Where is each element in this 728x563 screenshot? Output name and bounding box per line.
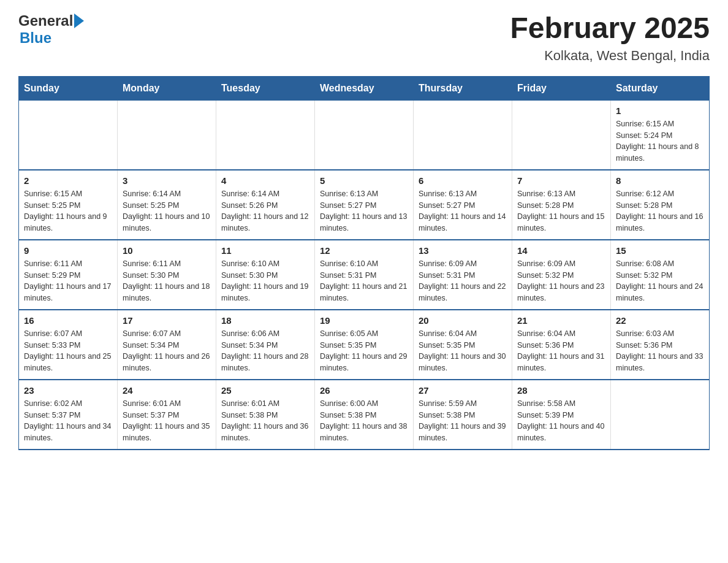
logo-arrow-icon [74, 13, 84, 28]
day-cell: 15Sunrise: 6:08 AMSunset: 5:32 PMDayligh… [611, 240, 710, 310]
day-cell: 11Sunrise: 6:10 AMSunset: 5:30 PMDayligh… [216, 240, 315, 310]
header-sunday: Sunday [19, 76, 118, 100]
day-cell: 17Sunrise: 6:07 AMSunset: 5:34 PMDayligh… [118, 310, 216, 380]
day-number: 22 [616, 315, 704, 326]
day-number: 14 [517, 245, 605, 256]
day-info: Sunrise: 6:14 AMSunset: 5:25 PMDaylight:… [123, 188, 211, 234]
day-info: Sunrise: 6:10 AMSunset: 5:31 PMDaylight:… [320, 258, 408, 304]
day-info: Sunrise: 6:07 AMSunset: 5:34 PMDaylight:… [123, 328, 211, 374]
day-number: 21 [517, 315, 605, 326]
day-info: Sunrise: 6:09 AMSunset: 5:31 PMDaylight:… [419, 258, 507, 304]
week-row-5: 23Sunrise: 6:02 AMSunset: 5:37 PMDayligh… [19, 380, 710, 450]
day-cell: 23Sunrise: 6:02 AMSunset: 5:37 PMDayligh… [19, 380, 118, 450]
day-info: Sunrise: 6:09 AMSunset: 5:32 PMDaylight:… [517, 258, 605, 304]
day-cell [19, 100, 118, 170]
day-info: Sunrise: 6:12 AMSunset: 5:28 PMDaylight:… [616, 188, 704, 234]
day-info: Sunrise: 6:04 AMSunset: 5:35 PMDaylight:… [419, 328, 507, 374]
day-cell: 14Sunrise: 6:09 AMSunset: 5:32 PMDayligh… [512, 240, 611, 310]
calendar-title: February 2025 [510, 12, 710, 45]
header-tuesday: Tuesday [216, 76, 315, 100]
day-number: 3 [123, 175, 211, 186]
day-number: 18 [221, 315, 309, 326]
day-cell: 13Sunrise: 6:09 AMSunset: 5:31 PMDayligh… [414, 240, 512, 310]
day-number: 10 [123, 245, 211, 256]
day-info: Sunrise: 5:58 AMSunset: 5:39 PMDaylight:… [517, 398, 605, 444]
day-info: Sunrise: 6:01 AMSunset: 5:38 PMDaylight:… [221, 398, 309, 444]
calendar-table: SundayMondayTuesdayWednesdayThursdayFrid… [18, 76, 710, 450]
day-cell: 2Sunrise: 6:15 AMSunset: 5:25 PMDaylight… [19, 170, 118, 240]
day-info: Sunrise: 6:03 AMSunset: 5:36 PMDaylight:… [616, 328, 704, 374]
day-cell [512, 100, 611, 170]
day-cell: 20Sunrise: 6:04 AMSunset: 5:35 PMDayligh… [414, 310, 512, 380]
day-cell [118, 100, 216, 170]
day-number: 4 [221, 175, 309, 186]
day-number: 15 [616, 245, 704, 256]
week-row-4: 16Sunrise: 6:07 AMSunset: 5:33 PMDayligh… [19, 310, 710, 380]
day-cell: 8Sunrise: 6:12 AMSunset: 5:28 PMDaylight… [611, 170, 710, 240]
header-wednesday: Wednesday [315, 76, 414, 100]
day-info: Sunrise: 6:10 AMSunset: 5:30 PMDaylight:… [221, 258, 309, 304]
day-cell: 6Sunrise: 6:13 AMSunset: 5:27 PMDaylight… [414, 170, 512, 240]
day-cell: 10Sunrise: 6:11 AMSunset: 5:30 PMDayligh… [118, 240, 216, 310]
day-cell: 26Sunrise: 6:00 AMSunset: 5:38 PMDayligh… [315, 380, 414, 450]
day-number: 19 [320, 315, 408, 326]
day-cell: 12Sunrise: 6:10 AMSunset: 5:31 PMDayligh… [315, 240, 414, 310]
day-cell: 22Sunrise: 6:03 AMSunset: 5:36 PMDayligh… [611, 310, 710, 380]
day-number: 11 [221, 245, 309, 256]
day-number: 6 [419, 175, 507, 186]
day-cell: 3Sunrise: 6:14 AMSunset: 5:25 PMDaylight… [118, 170, 216, 240]
day-number: 13 [419, 245, 507, 256]
day-info: Sunrise: 6:13 AMSunset: 5:27 PMDaylight:… [419, 188, 507, 234]
day-cell: 1Sunrise: 6:15 AMSunset: 5:24 PMDaylight… [611, 100, 710, 170]
week-row-1: 1Sunrise: 6:15 AMSunset: 5:24 PMDaylight… [19, 100, 710, 170]
day-cell: 9Sunrise: 6:11 AMSunset: 5:29 PMDaylight… [19, 240, 118, 310]
day-info: Sunrise: 6:15 AMSunset: 5:24 PMDaylight:… [616, 118, 704, 164]
day-number: 27 [419, 385, 507, 396]
day-cell [414, 100, 512, 170]
calendar-subtitle: Kolkata, West Bengal, India [510, 48, 710, 64]
day-number: 12 [320, 245, 408, 256]
day-number: 26 [320, 385, 408, 396]
day-cell [216, 100, 315, 170]
day-number: 25 [221, 385, 309, 396]
day-number: 2 [24, 175, 112, 186]
logo-blue-text: Blue [20, 29, 51, 46]
day-cell: 5Sunrise: 6:13 AMSunset: 5:27 PMDaylight… [315, 170, 414, 240]
header-saturday: Saturday [611, 76, 710, 100]
day-cell: 27Sunrise: 5:59 AMSunset: 5:38 PMDayligh… [414, 380, 512, 450]
day-info: Sunrise: 6:13 AMSunset: 5:27 PMDaylight:… [320, 188, 408, 234]
day-number: 20 [419, 315, 507, 326]
day-info: Sunrise: 6:15 AMSunset: 5:25 PMDaylight:… [24, 188, 112, 234]
page-header: General Blue February 2025 Kolkata, West… [18, 12, 710, 64]
day-cell: 19Sunrise: 6:05 AMSunset: 5:35 PMDayligh… [315, 310, 414, 380]
day-number: 17 [123, 315, 211, 326]
day-cell: 21Sunrise: 6:04 AMSunset: 5:36 PMDayligh… [512, 310, 611, 380]
day-number: 9 [24, 245, 112, 256]
day-info: Sunrise: 6:02 AMSunset: 5:37 PMDaylight:… [24, 398, 112, 444]
day-cell [315, 100, 414, 170]
day-cell: 24Sunrise: 6:01 AMSunset: 5:37 PMDayligh… [118, 380, 216, 450]
day-cell: 4Sunrise: 6:14 AMSunset: 5:26 PMDaylight… [216, 170, 315, 240]
header-friday: Friday [512, 76, 611, 100]
day-number: 24 [123, 385, 211, 396]
day-info: Sunrise: 6:05 AMSunset: 5:35 PMDaylight:… [320, 328, 408, 374]
day-cell: 28Sunrise: 5:58 AMSunset: 5:39 PMDayligh… [512, 380, 611, 450]
day-info: Sunrise: 6:00 AMSunset: 5:38 PMDaylight:… [320, 398, 408, 444]
day-number: 16 [24, 315, 112, 326]
days-header-row: SundayMondayTuesdayWednesdayThursdayFrid… [19, 76, 710, 100]
header-thursday: Thursday [414, 76, 512, 100]
week-row-3: 9Sunrise: 6:11 AMSunset: 5:29 PMDaylight… [19, 240, 710, 310]
day-info: Sunrise: 6:08 AMSunset: 5:32 PMDaylight:… [616, 258, 704, 304]
day-info: Sunrise: 6:01 AMSunset: 5:37 PMDaylight:… [123, 398, 211, 444]
week-row-2: 2Sunrise: 6:15 AMSunset: 5:25 PMDaylight… [19, 170, 710, 240]
day-info: Sunrise: 6:13 AMSunset: 5:28 PMDaylight:… [517, 188, 605, 234]
day-number: 8 [616, 175, 704, 186]
day-number: 28 [517, 385, 605, 396]
logo-general-text: General [18, 12, 73, 29]
day-number: 5 [320, 175, 408, 186]
day-info: Sunrise: 6:14 AMSunset: 5:26 PMDaylight:… [221, 188, 309, 234]
day-info: Sunrise: 6:04 AMSunset: 5:36 PMDaylight:… [517, 328, 605, 374]
day-cell: 18Sunrise: 6:06 AMSunset: 5:34 PMDayligh… [216, 310, 315, 380]
day-info: Sunrise: 6:06 AMSunset: 5:34 PMDaylight:… [221, 328, 309, 374]
day-cell [611, 380, 710, 450]
